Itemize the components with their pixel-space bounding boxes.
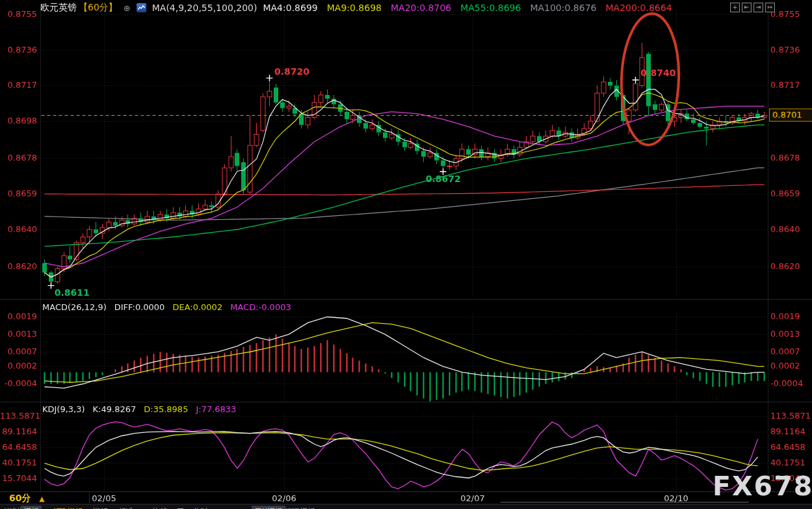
toolbar-item[interactable]: 分时 [190,506,211,509]
price-axis-label-left: 0.8717 [0,80,37,90]
indicator-value-label: MACD(26,12,9) [42,302,107,312]
price-annotation-high: 0.8740 [640,68,675,78]
toolbar-item[interactable]: 均线 [150,506,170,509]
price-axis-label-left: 0.8678 [0,153,37,163]
indicator-value-label: DEA:0.0002 [172,302,222,312]
crosshair-move-icon[interactable]: + [730,3,740,12]
period-up-arrow-icon[interactable]: ▲ [39,495,44,503]
macd-axis-label-left: -0.0004 [0,378,37,389]
ma-legend-item: MA55:0.8696 [460,3,521,13]
indicator-value-label: KDJ(9,3,3) [42,404,85,414]
macd-axis-label-left: 0.0007 [0,346,37,357]
macd-axis-label-right: -0.0004 [770,378,803,389]
period-cell-divider [89,492,90,503]
macd-axis-label-right: 0.0002 [770,361,800,371]
timeframe-label[interactable]: 【60分】 [79,2,118,14]
ma-legend-item: MA200:0.8664 [605,3,672,13]
indicator-value-label: DIFF:0.0000 [114,302,165,312]
toolbar-item[interactable]: ATR指标 [49,506,85,509]
time-axis-label: 02/06 [272,493,296,503]
toolbar-item[interactable]: 日K模板 [252,506,285,509]
indicator-value-label: MACD:-0.0003 [230,302,291,312]
ma-legend: MA4:0.8699MA9:0.8698MA20:0.8706MA55:0.86… [263,3,672,13]
symbol-name: 欧元英镑 [40,2,77,14]
kdj-axis-label-left: 15.7044 [0,473,37,484]
chart-window: 欧元英镑 【60分】 ⊕ MA(4,9,20,55,100,200) MA4:0… [0,0,812,509]
macd-axis-label-left: 0.0013 [0,329,37,339]
price-axis-label-right: 0.8736 [770,45,800,55]
macd-axis-label-left: 0.0019 [0,311,37,322]
period-text: 60分 [9,493,31,503]
macd-axis-label-right: 0.0019 [770,311,800,322]
time-axis-label: 02/05 [92,493,116,503]
price-axis-label-left: 0.8698 [0,116,37,126]
price-annotation-low: 0.8672 [426,174,461,184]
chart-style-icon[interactable] [137,3,146,12]
price-axis-label-right: 0.8620 [770,261,800,272]
kdj-axis-label-right: 89.1164 [770,426,805,437]
ma-legend-item: MA4:0.8699 [263,3,317,13]
price-axis-label-left: 0.8620 [0,261,37,272]
macd-axis-label-left: 0.0002 [0,361,37,371]
chart-canvas[interactable] [0,0,812,509]
kdj-axis-label-left: 113.5871 [0,411,37,421]
pane-divider[interactable] [0,402,812,402]
add-indicator-icon[interactable]: ⊕ [124,3,131,13]
fx678-watermark: FX678 [713,471,812,502]
price-axis-label-left: 0.8755 [0,9,37,20]
time-axis-label: 02/10 [664,493,688,503]
ma-legend-item: MA20:0.8706 [391,3,451,13]
price-axis-label-left: 0.8736 [0,45,37,55]
kdj-axis-label-left: 40.1751 [0,458,37,468]
macd-axis-label-right: 0.0013 [770,329,800,339]
price-annotation-low: 0.8611 [55,287,90,298]
price-axis-label-left: 0.8659 [0,189,37,199]
chart-corner-toolbar: +⇤⇥↦ [730,3,775,12]
chart-header: 欧元英镑 【60分】 ⊕ MA(4,9,20,55,100,200) MA4:0… [40,2,672,14]
price-axis-label-right: 0.8717 [770,80,800,90]
axis-shift-icon[interactable]: ↦ [765,3,775,12]
right-axis-border [768,7,768,491]
time-axis-divider [0,491,812,492]
kdj-axis-label-right: 113.5871 [770,411,811,421]
toolbar-item[interactable]: 标准 [116,506,137,509]
kdj-axis-label-right: 40.1751 [770,458,805,468]
time-axis-label: 02/07 [460,493,484,503]
ma-settings-label: MA(4,9,20,55,100,200) [152,3,257,13]
toolbar-item[interactable]: 指标 [90,506,111,509]
price-axis-label-right: 0.8659 [770,189,800,199]
indicator-value-label: K:49.8267 [93,404,137,414]
bottom-toolbar: K线指标模板ATR指标指标标准均线周分时日K模板管理模板 [0,504,812,509]
ma-legend-item: MA100:0.8676 [530,3,596,13]
current-price-box: 0.8701 [769,109,812,122]
toolbar-item[interactable]: 周 [174,506,187,509]
macd-header: MACD(26,12,9)DIFF:0.0000DEA:0.0002MACD:-… [42,302,291,312]
pane-divider[interactable] [0,299,812,300]
indicator-value-label: J:77.6833 [196,404,236,414]
kdj-header: KDJ(9,3,3)K:49.8267D:35.8985J:77.6833 [42,404,236,414]
left-axis-border [40,7,41,491]
axis-zoom-right-icon[interactable]: ⇥ [753,3,763,12]
range-scrollbar[interactable] [501,502,749,502]
axis-zoom-left-icon[interactable]: ⇤ [742,3,752,12]
kdj-axis-label-left: 64.6458 [0,442,37,452]
toolbar-item[interactable]: 管理模板 [282,506,318,509]
price-axis-label-right: 0.8640 [770,224,800,235]
toolbar-item[interactable]: 模板 [21,506,42,509]
macd-axis-label-right: 0.0007 [770,346,800,357]
price-axis-label-left: 0.8640 [0,224,37,235]
price-annotation-high: 0.8720 [274,66,309,77]
indicator-value-label: D:35.8985 [144,404,188,414]
ma-legend-item: MA9:0.8698 [327,3,382,13]
kdj-axis-label-right: 64.6458 [770,442,805,452]
period-cell[interactable]: 60分 ▲ [9,493,45,504]
price-axis-label-right: 0.8678 [770,153,800,163]
kdj-axis-label-left: 89.1164 [0,426,37,437]
